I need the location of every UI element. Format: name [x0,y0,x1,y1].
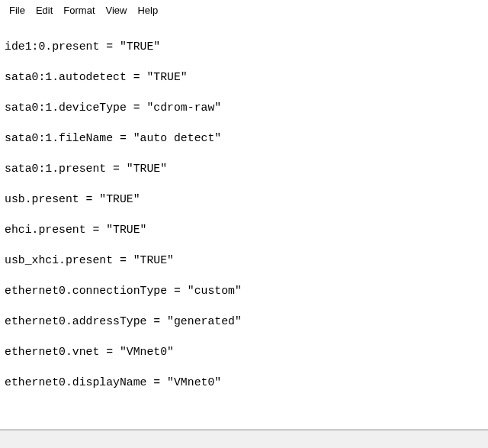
config-line: sata0:1.deviceType = "cdrom-raw" [5,100,483,115]
config-line [5,405,483,421]
menu-file[interactable]: File [5,3,30,18]
config-line: ide1:0.present = "TRUE" [5,39,483,54]
menu-view[interactable]: View [101,3,132,18]
config-line: usb_xhci.present = "TRUE" [5,253,483,268]
status-bar [0,429,488,448]
config-line: ethernet0.vnet = "VMnet0" [5,344,483,359]
menu-edit[interactable]: Edit [31,3,57,18]
config-line: ethernet0.displayName = "VMnet0" [5,375,483,390]
config-line: ethernet0.connectionType = "custom" [5,283,483,298]
config-line: sata0:1.fileName = "auto detect" [5,131,483,146]
config-line: ehci.present = "TRUE" [5,222,483,237]
menubar: File Edit Format View Help [0,0,488,21]
config-line: ethernet0.addressType = "generated" [5,314,483,329]
text-editor[interactable]: ide1:0.present = "TRUE" sata0:1.autodete… [0,21,488,448]
menu-help[interactable]: Help [133,3,162,18]
config-line: sata0:1.autodetect = "TRUE" [5,69,483,85]
config-line: usb.present = "TRUE" [5,192,483,207]
config-line: sata0:1.present = "TRUE" [5,161,483,176]
menu-format[interactable]: Format [59,3,99,18]
